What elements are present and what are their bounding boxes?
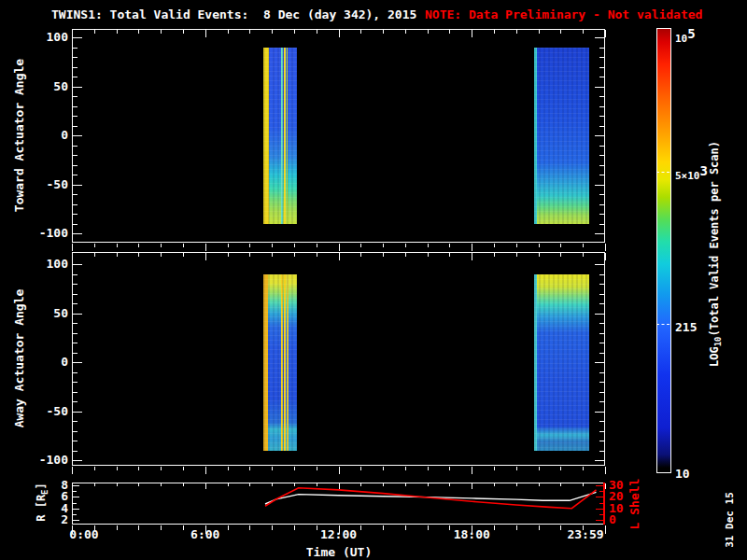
colorbar-tick-mantissa: 5×10 — [675, 170, 700, 182]
axis-tick — [405, 253, 406, 257]
axis-tick — [73, 294, 78, 295]
axis-tick — [516, 244, 517, 247]
axis-tick — [599, 431, 604, 432]
toward-spectrogram-panel — [72, 29, 605, 243]
axis-tick — [117, 467, 118, 470]
axis-tick — [117, 244, 118, 247]
colorbar-tick-mantissa: 10 — [675, 467, 690, 481]
spectrogram-band — [263, 274, 297, 451]
axis-tick — [73, 264, 82, 265]
away-spectrogram-panel — [72, 252, 605, 466]
axis-tick — [73, 214, 78, 215]
y-tick-label: 0 — [29, 355, 68, 369]
axis-tick — [605, 244, 606, 251]
page-title: TWINS1: Total Valid Events: 8 Dec (day 3… — [51, 7, 416, 21]
axis-tick — [228, 467, 229, 470]
spectrogram-texture — [534, 274, 589, 451]
axis-tick — [560, 244, 561, 247]
axis-tick — [161, 525, 162, 530]
axis-tick — [360, 467, 361, 470]
axis-tick — [183, 467, 184, 470]
axis-tick — [183, 30, 184, 34]
axis-tick — [205, 30, 206, 37]
axis-tick — [73, 233, 82, 234]
axis-tick — [73, 194, 78, 195]
axis-tick — [73, 323, 78, 324]
axis-tick — [605, 467, 606, 474]
axis-tick — [249, 525, 250, 530]
axis-tick — [516, 525, 517, 530]
axis-tick — [560, 253, 561, 257]
axis-tick — [94, 244, 95, 247]
axis-tick — [583, 467, 584, 470]
axis-tick — [73, 372, 78, 373]
axis-tick — [599, 333, 604, 334]
axis-tick — [294, 244, 295, 247]
axis-tick — [383, 253, 384, 257]
axis-tick — [599, 284, 604, 285]
axis-tick — [73, 57, 78, 58]
axis-tick — [383, 244, 384, 247]
axis-tick — [599, 382, 604, 383]
axis-tick — [249, 467, 250, 470]
axis-tick — [605, 253, 606, 260]
axis-tick — [539, 30, 540, 34]
time-axis-label: Time (UT) — [283, 545, 395, 559]
axis-tick — [599, 57, 604, 58]
y-tick-label: -50 — [29, 177, 68, 191]
l-shell-tick-label: 0 — [609, 512, 616, 526]
axis-tick — [138, 525, 139, 530]
x-tick-label: 12:00 — [306, 527, 372, 541]
axis-tick — [339, 30, 340, 37]
away-y-axis-label: Away Actuator Angle — [12, 289, 26, 428]
axis-tick — [73, 343, 78, 343]
colorbar-title-sub: 10 — [713, 336, 723, 346]
axis-tick — [228, 244, 229, 247]
axis-tick — [73, 333, 78, 334]
axis-tick — [595, 314, 604, 315]
colorbar-title: LOG10(Total Valid Events per Scan) — [708, 141, 723, 367]
colorbar-tick-mantissa: 10 — [675, 33, 687, 45]
axis-tick — [560, 30, 561, 34]
axis-tick — [317, 253, 317, 257]
axis-tick — [294, 253, 295, 257]
axis-tick — [73, 67, 78, 68]
axis-tick — [317, 30, 317, 34]
axis-tick — [73, 362, 82, 363]
axis-tick — [539, 244, 540, 247]
axis-tick — [428, 525, 429, 530]
y-tick-label: 100 — [29, 257, 68, 271]
axis-tick — [73, 353, 78, 354]
axis-tick — [599, 155, 604, 156]
axis-tick — [516, 253, 517, 257]
axis-tick — [599, 116, 604, 117]
axis-tick — [73, 224, 78, 225]
colorbar-tick-dash — [656, 172, 669, 173]
axis-tick — [317, 467, 317, 470]
date-stamp: 31 Dec 15 — [724, 492, 736, 548]
colorbar-tick-label: 10 — [675, 464, 690, 482]
colorbar-tick-exponent: 5 — [687, 26, 695, 41]
axis-tick — [294, 525, 295, 530]
toward-y-axis-label: Toward Actuator Angle — [12, 59, 26, 212]
axis-tick — [73, 165, 78, 166]
axis-tick — [73, 460, 82, 461]
axis-tick — [599, 353, 604, 354]
colorbar-title-post: (Total Valid Events per Scan) — [708, 141, 721, 337]
axis-tick — [595, 135, 604, 136]
colorbar — [656, 28, 671, 473]
axis-tick — [73, 314, 82, 315]
axis-tick — [472, 30, 472, 37]
axis-tick — [228, 30, 229, 34]
axis-tick — [272, 253, 273, 257]
axis-tick — [183, 244, 184, 247]
axis-tick — [161, 467, 162, 470]
spectrogram-texture — [263, 274, 297, 451]
axis-tick — [73, 401, 78, 402]
twins-plot-canvas: TWINS1: Total Valid Events: 8 Dec (day 3… — [0, 0, 747, 560]
x-tick-label: 6:00 — [173, 527, 238, 541]
axis-tick — [294, 30, 295, 34]
axis-tick — [583, 253, 584, 257]
axis-tick — [138, 244, 139, 247]
axis-tick — [360, 244, 361, 247]
